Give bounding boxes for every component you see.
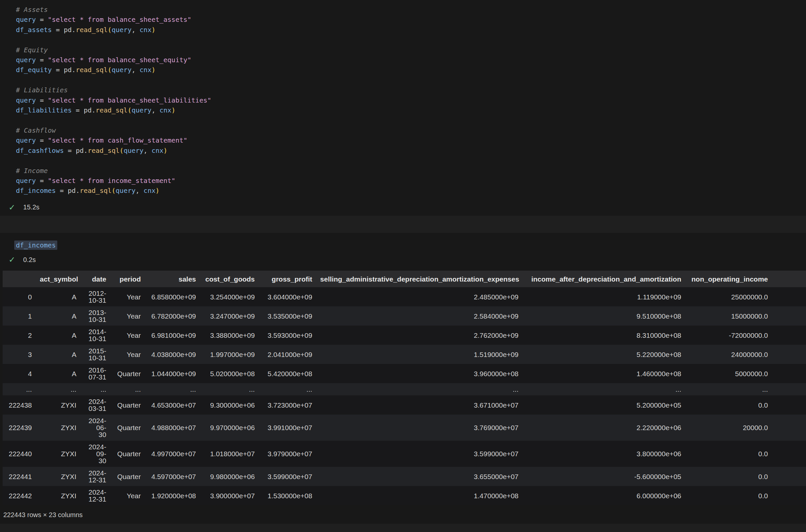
code-line[interactable]: query = "select * from cash_flow_stateme… (16, 135, 806, 145)
table-cell-sales: 4.988000e+07 (145, 415, 200, 441)
table-cell-cost_of_goods: 9.300000e+06 (200, 395, 259, 415)
table-cell-sales: 4.597000e+07 (145, 467, 200, 486)
table-cell-interest (772, 395, 806, 415)
code-token: ) (171, 106, 176, 114)
code-token: pd. (68, 187, 80, 194)
table-cell-selling: 2.584000e+09 (316, 306, 523, 326)
table-cell-date: ... (80, 383, 110, 395)
table-cell-sales: 1.044000e+09 (145, 364, 200, 383)
check-icon: ✓ (8, 256, 15, 264)
code-line[interactable] (16, 35, 806, 45)
code-line[interactable] (16, 115, 806, 125)
code-token: = (36, 177, 48, 185)
table-cell-income_after: 5.200000e+05 (523, 395, 685, 415)
code-line[interactable]: df_equity = pd.read_sql(query, cnx) (16, 65, 806, 75)
code-line[interactable]: query = "select * from balance_sheet_equ… (16, 55, 806, 65)
code-token: ) (155, 187, 159, 194)
code-line[interactable]: # Liabilities (16, 85, 806, 95)
table-cell-non_operating: 20000.0 (685, 415, 772, 441)
table-cell-income_after: 1.119000e+09 (523, 287, 685, 306)
table-cell-selling: 2.485000e+09 (316, 287, 523, 306)
table-cell-sales: 6.858000e+09 (145, 287, 200, 306)
code-token: df_liabilities (16, 106, 72, 114)
code-token: query (115, 187, 135, 194)
check-icon: ✓ (8, 204, 15, 211)
code-token: ( (108, 26, 112, 34)
code-token: df_assets (16, 26, 52, 34)
code-token: ) (164, 147, 168, 154)
table-cell-index: 222440 (3, 441, 36, 467)
code-line[interactable]: # Income (16, 166, 806, 176)
code-token: "select * from balance_sheet_assets" (48, 16, 191, 23)
table-cell-income_after: 6.000000e+06 (523, 486, 685, 505)
table-cell-period: Year (110, 306, 145, 326)
table-cell-period: Quarter (110, 441, 145, 467)
table-cell-act_symbol: A (36, 345, 80, 364)
table-row: .............................. (3, 383, 806, 395)
table-cell-cost_of_goods: 3.247000e+09 (200, 306, 259, 326)
dataframe-table: act_symboldateperiodsalescost_of_goodsgr… (3, 271, 806, 505)
code-token: cnx (140, 66, 151, 74)
selected-code-text[interactable]: df_incomes (14, 241, 57, 250)
table-header-row: act_symboldateperiodsalescost_of_goodsgr… (3, 271, 806, 287)
code-line[interactable] (16, 75, 806, 85)
code-token: query (112, 26, 131, 34)
code-line[interactable]: df_cashflows = pd.read_sql(query, cnx) (16, 146, 806, 155)
table-cell-cost_of_goods: 3.900000e+07 (200, 486, 259, 505)
table-cell-cost_of_goods: 1.018000e+07 (200, 441, 259, 467)
code-line[interactable]: query = "select * from balance_sheet_lia… (16, 95, 806, 105)
column-header-gross_profit: gross_profit (259, 271, 316, 287)
code-line[interactable]: df_liabilities = pd.read_sql(query, cnx) (16, 105, 806, 115)
table-cell-act_symbol: ZYXI (36, 395, 80, 415)
column-header-non_operating: non_operating_income (685, 271, 772, 287)
code-line[interactable]: df_incomes (16, 240, 806, 250)
table-cell-interest: 1010 (772, 287, 806, 306)
code-editor[interactable]: # Assetsquery = "select * from balance_s… (0, 0, 806, 196)
table-row: 222439ZYXI2024- 06- 30Quarter4.988000e+0… (3, 415, 806, 441)
code-token: query (16, 177, 36, 185)
code-token: read_sql (80, 187, 112, 194)
table-cell-selling: 3.671000e+07 (316, 395, 523, 415)
table-cell-gross_profit: 3.979000e+07 (259, 441, 316, 467)
table-cell-cost_of_goods: 3.388000e+09 (200, 326, 259, 345)
code-editor[interactable]: df_incomes (0, 240, 806, 250)
table-row: 222440ZYXI2024- 09- 30Quarter4.997000e+0… (3, 441, 806, 467)
code-token: pd. (64, 66, 76, 74)
code-token: query (16, 136, 36, 144)
table-cell-date: 2024- 03-31 (80, 395, 110, 415)
table-cell-gross_profit: 3.723000e+07 (259, 395, 316, 415)
table-row: 2A2014- 10-31Year6.981000e+093.388000e+0… (3, 326, 806, 345)
table-cell-period: Year (110, 287, 145, 306)
dataframe-shape-summary: 222443 rows × 23 columns (3, 511, 806, 519)
table-cell-selling: 3.599000e+07 (316, 441, 523, 467)
code-line[interactable]: query = "select * from income_statement" (16, 176, 806, 186)
code-token: cnx (140, 26, 151, 34)
table-cell-act_symbol: ZYXI (36, 415, 80, 441)
table-cell-income_after: 8.310000e+08 (523, 326, 685, 345)
code-token: ( (112, 187, 115, 194)
code-line[interactable]: df_incomes = pd.read_sql(query, cnx) (16, 186, 806, 195)
code-token: pd. (84, 106, 96, 114)
table-cell-gross_profit: 3.604000e+09 (259, 287, 316, 306)
notebook-code-cell-df-incomes: df_incomes ✓ 0.2s act_symboldateperiodsa… (0, 233, 806, 519)
code-line[interactable]: # Assets (16, 5, 806, 15)
code-line[interactable]: # Cashflow (16, 126, 806, 135)
code-line[interactable]: # Equity (16, 45, 806, 55)
code-line[interactable]: query = "select * from balance_sheet_ass… (16, 15, 806, 24)
table-cell-date: 2014- 10-31 (80, 326, 110, 345)
code-line[interactable]: df_assets = pd.read_sql(query, cnx) (16, 25, 806, 35)
column-header-sales: sales (145, 271, 200, 287)
code-token: read_sql (88, 147, 120, 154)
code-token: pd. (64, 26, 76, 34)
code-token: ) (151, 26, 155, 34)
table-cell-cost_of_goods: ... (200, 383, 259, 395)
table-cell-gross_profit: 3.599000e+07 (259, 467, 316, 486)
code-line[interactable] (16, 155, 806, 166)
table-cell-selling: 2.762000e+09 (316, 326, 523, 345)
table-cell-non_operating: 5000000.0 (685, 364, 772, 383)
table-cell-period: Quarter (110, 395, 145, 415)
dataframe-output-scroll-area[interactable]: act_symboldateperiodsalescost_of_goodsgr… (0, 271, 806, 519)
code-token: , (131, 66, 140, 74)
table-cell-interest: 660 (772, 345, 806, 364)
table-cell-index: 0 (3, 287, 36, 306)
